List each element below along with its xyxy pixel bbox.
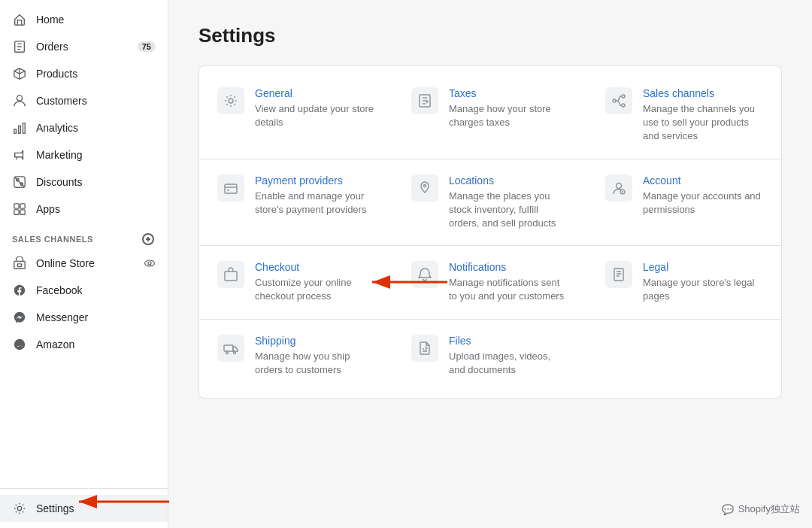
general-title: General [255, 87, 375, 99]
legal-icon [605, 261, 632, 288]
settings-item-sales-channels[interactable]: Sales channels Manage the channels you u… [587, 72, 781, 159]
sidebar-item-marketing[interactable]: Marketing [0, 141, 168, 168]
sales-channels-desc: Manage the channels you use to sell your… [643, 102, 763, 144]
sidebar-bottom: Settings [0, 488, 168, 528]
settings-icon [12, 501, 27, 516]
sidebar-item-facebook[interactable]: Facebook [0, 277, 168, 304]
account-title: Account [643, 174, 763, 187]
svg-rect-14 [14, 261, 25, 269]
sidebar-item-products[interactable]: Products [0, 60, 168, 87]
files-icon [411, 335, 438, 362]
sidebar-item-settings[interactable]: Settings [0, 495, 168, 522]
svg-rect-24 [225, 184, 237, 193]
home-icon [12, 12, 27, 27]
checkout-title: Checkout [255, 261, 375, 273]
sidebar-item-orders[interactable]: Orders 75 [0, 33, 168, 60]
svg-point-23 [622, 104, 625, 107]
settings-item-notifications[interactable]: Notifications Manage notifications sent … [393, 246, 587, 319]
payment-title: Payment providers [255, 174, 375, 187]
sidebar-item-analytics-label: Analytics [36, 122, 78, 134]
eye-icon[interactable] [144, 257, 156, 269]
svg-rect-11 [14, 210, 19, 214]
sidebar-item-online-store-label: Online Store [36, 257, 95, 269]
locations-title: Locations [449, 174, 569, 187]
account-icon [605, 174, 632, 202]
payment-desc: Enable and manage your store's payment p… [255, 190, 375, 217]
settings-card: General View and update your store detai… [198, 65, 782, 399]
svg-rect-28 [225, 272, 237, 281]
svg-rect-10 [20, 204, 25, 208]
sidebar-item-facebook-label: Facebook [36, 284, 82, 296]
sidebar-item-online-store[interactable]: Online Store [0, 250, 168, 277]
watermark: 💬 Shopify独立站 [722, 502, 800, 516]
sidebar-item-customers-label: Customers [36, 95, 87, 107]
svg-point-21 [622, 95, 625, 98]
sidebar-item-orders-label: Orders [36, 41, 68, 53]
settings-item-legal[interactable]: Legal Manage your store's legal pages [587, 246, 781, 319]
sidebar: Home Orders 75 Products [0, 0, 168, 528]
payment-icon [217, 174, 244, 202]
settings-item-locations[interactable]: Locations Manage the places you stock in… [393, 159, 587, 247]
discounts-icon [12, 174, 27, 190]
orders-badge: 75 [138, 41, 156, 52]
general-icon [217, 87, 244, 114]
amazon-icon [12, 337, 27, 352]
sidebar-item-customers[interactable]: Customers [0, 87, 168, 114]
add-sales-channel-button[interactable] [141, 232, 156, 247]
sidebar-item-discounts[interactable]: Discounts [0, 168, 168, 196]
shipping-desc: Manage how you ship orders to customers [255, 350, 375, 377]
svg-point-33 [226, 351, 229, 354]
checkout-icon [217, 261, 244, 288]
svg-point-2 [17, 96, 22, 101]
marketing-icon [12, 147, 27, 162]
taxes-icon [411, 87, 438, 114]
sidebar-nav: Home Orders 75 Products [0, 0, 168, 488]
settings-item-taxes[interactable]: Taxes Manage how your store charges taxe… [393, 72, 587, 159]
svg-point-17 [148, 262, 151, 265]
store-icon [12, 256, 27, 271]
products-icon [12, 66, 27, 81]
apps-icon [12, 202, 27, 217]
svg-rect-32 [224, 345, 233, 351]
legal-desc: Manage your store's legal pages [643, 276, 763, 303]
svg-point-26 [617, 183, 622, 188]
orders-icon [12, 39, 27, 54]
svg-point-34 [234, 351, 236, 354]
svg-point-25 [424, 184, 426, 187]
sidebar-item-analytics[interactable]: Analytics [0, 114, 168, 141]
facebook-icon [12, 283, 27, 298]
sidebar-item-messenger[interactable]: Messenger [0, 304, 168, 331]
notifications-title: Notifications [449, 261, 569, 273]
settings-item-checkout[interactable]: Checkout Customize your online checkout … [199, 246, 393, 319]
shipping-icon [217, 335, 244, 362]
svg-rect-3 [14, 129, 17, 133]
general-desc: View and update your store details [255, 102, 375, 129]
settings-item-payment[interactable]: Payment providers Enable and manage your… [199, 159, 393, 247]
sidebar-item-home-label: Home [36, 14, 64, 26]
sidebar-item-marketing-label: Marketing [36, 149, 82, 161]
svg-point-16 [145, 260, 155, 266]
checkout-desc: Customize your online checkout process [255, 276, 375, 303]
channels-icon [605, 87, 632, 114]
sidebar-item-amazon[interactable]: Amazon [0, 331, 168, 358]
sidebar-item-home[interactable]: Home [0, 6, 168, 33]
analytics-icon [12, 120, 27, 135]
customers-icon [12, 93, 27, 108]
sidebar-item-apps-label: Apps [36, 203, 60, 215]
svg-rect-4 [19, 126, 21, 133]
settings-item-files[interactable]: Files Upload images, videos, and documen… [393, 320, 587, 392]
notifications-icon [411, 261, 438, 288]
sidebar-item-apps[interactable]: Apps [0, 196, 168, 223]
svg-rect-12 [20, 210, 25, 214]
svg-point-18 [17, 506, 21, 510]
settings-item-general[interactable]: General View and update your store detai… [199, 72, 393, 159]
taxes-title: Taxes [449, 87, 569, 99]
settings-item-shipping[interactable]: Shipping Manage how you ship orders to c… [199, 320, 393, 392]
files-title: Files [449, 335, 569, 347]
location-icon [411, 174, 438, 202]
settings-item-account[interactable]: Account Manage your accounts and permiss… [587, 159, 781, 247]
watermark-text: Shopify独立站 [738, 502, 800, 516]
page-title: Settings [198, 24, 782, 47]
locations-desc: Manage the places you stock inventory, f… [449, 190, 569, 231]
sidebar-item-amazon-label: Amazon [36, 338, 74, 350]
